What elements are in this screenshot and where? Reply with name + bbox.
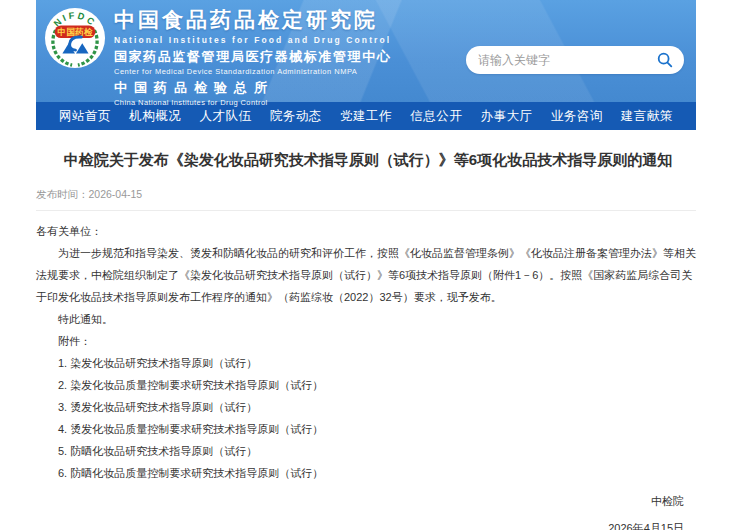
org-titles: 中国食品药品检定研究院 National Institutes for Food… — [114, 6, 391, 107]
attachment-item-4: 4. 烫发化妆品质量控制要求研究技术指导原则（试行） — [36, 418, 700, 440]
attachment-item-1: 1. 染发化妆品研究技术指导原则（试行） — [36, 352, 700, 374]
nifdc-logo-icon: NIFDC 中国药检 — [44, 7, 106, 69]
paragraph-main: 为进一步规范和指导染发、烫发和防晒化妆品的研究和评价工作，按照《化妆品监督管理条… — [36, 242, 700, 308]
org-name-en: National Institutes for Food and Drug Co… — [114, 35, 391, 45]
meta-divider — [36, 210, 696, 211]
signature-date: 2026年4月15日 — [36, 517, 684, 530]
publish-meta: 发布时间：2026-04-15 — [36, 188, 700, 202]
center-name-en: Center for Medical Device Standardizatio… — [114, 67, 391, 76]
attachment-item-6: 6. 防晒化妆品质量控制要求研究技术指导原则（试行） — [36, 462, 700, 484]
nav-item-consulting[interactable]: 业务咨询 — [551, 108, 603, 125]
salutation: 各有关单位： — [36, 220, 700, 242]
attachment-item-2: 2. 染发化妆品质量控制要求研究技术指导原则（试行） — [36, 374, 700, 396]
search-icon — [656, 51, 674, 69]
signature-block: 中检院 2026年4月15日 — [36, 490, 700, 530]
attachment-item-3: 3. 烫发化妆品研究技术指导原则（试行） — [36, 396, 700, 418]
nav-item-news[interactable]: 院务动态 — [270, 108, 322, 125]
attachments-label: 附件： — [36, 330, 700, 352]
page: NIFDC 中国药检 中国食品药品检定研究院 National Institut… — [0, 0, 732, 530]
nav-item-home[interactable]: 网站首页 — [59, 108, 111, 125]
nav-item-talent[interactable]: 人才队伍 — [200, 108, 252, 125]
article: 中检院关于发布《染发化妆品研究技术指导原则（试行）》等6项化妆品技术指导原则的通… — [36, 150, 700, 530]
nav-item-disclosure[interactable]: 信息公开 — [410, 108, 462, 125]
publish-date: 2026-04-15 — [89, 188, 143, 200]
svg-text:中国药检: 中国药检 — [58, 27, 94, 37]
site-banner: NIFDC 中国药检 中国食品药品检定研究院 National Institut… — [36, 0, 696, 102]
nav-item-service-hall[interactable]: 办事大厅 — [480, 108, 532, 125]
nav-item-overview[interactable]: 机构概况 — [129, 108, 181, 125]
nav-item-party[interactable]: 党建工作 — [340, 108, 392, 125]
notice-line: 特此通知。 — [36, 308, 700, 330]
center-name-cn: 国家药品监督管理局医疗器械标准管理中心 — [114, 48, 391, 66]
search-box — [466, 46, 684, 74]
publish-time-label: 发布时间： — [36, 188, 89, 200]
signature-org: 中检院 — [36, 490, 684, 512]
search-button[interactable] — [654, 49, 676, 71]
search-input[interactable] — [478, 53, 654, 67]
page-title: 中检院关于发布《染发化妆品研究技术指导原则（试行）》等6项化妆品技术指导原则的通… — [36, 150, 700, 170]
nifdc-logo[interactable]: NIFDC 中国药检 — [44, 7, 106, 69]
org-name-cn: 中国食品药品检定研究院 — [114, 6, 391, 34]
institute-name-cn: 中国药品检验总所 — [114, 79, 391, 97]
institute-name-en: China National Institutes for Drug Contr… — [114, 98, 391, 107]
attachment-item-5: 5. 防晒化妆品研究技术指导原则（试行） — [36, 440, 700, 462]
nav-item-suggestions[interactable]: 建言献策 — [621, 108, 673, 125]
article-body: 各有关单位： 为进一步规范和指导染发、烫发和防晒化妆品的研究和评价工作，按照《化… — [36, 220, 700, 530]
